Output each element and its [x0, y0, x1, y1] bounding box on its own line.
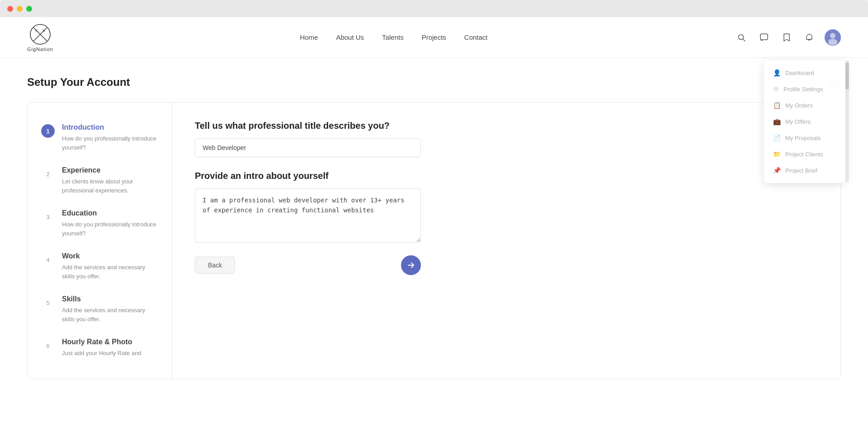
dropdown-profile-settings[interactable]: ⚙ Profile Settings: [764, 81, 845, 97]
nav-talents[interactable]: Talents: [382, 33, 404, 41]
back-button[interactable]: Back: [195, 257, 235, 274]
form-question-1: Tell us what professional title describe…: [195, 121, 818, 131]
step-number-2: 2: [41, 167, 55, 181]
dropdown-my-offers[interactable]: 💼 My Offers: [764, 113, 845, 130]
step-desc-skills: Add the services and necessary skills yo…: [62, 306, 158, 323]
avatar[interactable]: [825, 29, 841, 46]
step-desc-education: How do you professionally introduce your…: [62, 220, 158, 238]
intro-textarea[interactable]: [195, 188, 421, 243]
step-title-education: Education: [62, 209, 158, 217]
step-title-work: Work: [62, 252, 158, 260]
orders-icon: 📋: [773, 102, 781, 109]
dropdown-project-brief[interactable]: 📌 Project Brief: [764, 162, 845, 178]
nav-projects[interactable]: Projects: [422, 33, 446, 41]
svg-line-6: [743, 39, 745, 41]
nav-home[interactable]: Home: [300, 33, 318, 41]
step-desc-work: Add the services and necessary skills yo…: [62, 263, 158, 281]
proposals-icon: 📄: [773, 134, 781, 141]
svg-point-11: [828, 39, 837, 45]
dashboard-icon: 👤: [773, 69, 781, 76]
step-title-experience: Experience: [62, 166, 158, 174]
svg-text:G: G: [35, 29, 38, 33]
nav-about[interactable]: About Us: [336, 33, 364, 41]
step-number-6: 6: [41, 339, 55, 352]
search-button[interactable]: [734, 30, 749, 45]
step-item-skills[interactable]: 5 Skills Add the services and necessary …: [28, 288, 172, 331]
step-item-hourly-rate[interactable]: 6 Hourly Rate & Photo Just add your Hour…: [28, 331, 172, 365]
dropdown-dashboard[interactable]: 👤 Dashboard: [764, 65, 845, 81]
step-desc-introduction: How do you professionally introduce your…: [62, 134, 158, 152]
step-desc-hourly-rate: Just add your Hourly Rate and: [62, 349, 142, 358]
content-layout: 1 Introduction How do you professionally…: [27, 102, 841, 379]
maximize-button[interactable]: [26, 6, 32, 12]
step-item-experience[interactable]: 2 Experience Let clients know about your…: [28, 159, 172, 202]
logo[interactable]: G N GigNation: [27, 23, 53, 52]
project-brief-icon: 📌: [773, 167, 781, 174]
dropdown-menu: 👤 Dashboard ⚙ Profile Settings 📋 My Orde…: [764, 60, 845, 183]
step-info-experience: Experience Let clients know about your p…: [62, 166, 158, 195]
bookmark-button[interactable]: [779, 30, 794, 45]
main-content: Setup Your Account Skip 1 Introduction H…: [0, 58, 868, 397]
chat-button[interactable]: [757, 30, 771, 45]
minimize-button[interactable]: [17, 6, 23, 12]
page-title: Setup Your Account: [27, 76, 130, 89]
next-button[interactable]: [401, 255, 421, 275]
svg-point-10: [830, 33, 835, 38]
step-info-skills: Skills Add the services and necessary sk…: [62, 295, 158, 323]
step-info-hourly-rate: Hourly Rate & Photo Just add your Hourly…: [62, 338, 142, 358]
close-button[interactable]: [7, 6, 13, 12]
page-header: Setup Your Account Skip: [27, 76, 841, 89]
step-title-introduction: Introduction: [62, 123, 158, 131]
nav-contact[interactable]: Contact: [464, 33, 488, 41]
nav-links: Home About Us Talents Projects Contact: [300, 33, 487, 42]
dropdown-scrollbar-thumb: [845, 62, 849, 89]
step-info-work: Work Add the services and necessary skil…: [62, 252, 158, 281]
professional-title-input[interactable]: [195, 138, 421, 157]
step-desc-experience: Let clients know about your professional…: [62, 177, 158, 195]
step-title-skills: Skills: [62, 295, 158, 303]
step-number-4: 4: [41, 253, 55, 267]
dropdown-my-proposals[interactable]: 📄 My Proposals: [764, 130, 845, 146]
offers-icon: 💼: [773, 118, 781, 125]
logo-text: GigNation: [27, 47, 53, 52]
form-question-2: Provide an intro about yourself: [195, 171, 818, 181]
navbar: G N GigNation Home About Us Talents Proj…: [0, 17, 868, 58]
svg-point-8: [809, 34, 810, 35]
step-number-3: 3: [41, 210, 55, 224]
step-number-1: 1: [41, 124, 55, 138]
settings-icon: ⚙: [773, 85, 779, 93]
form-buttons: Back: [195, 255, 421, 275]
form-panel: Tell us what professional title describe…: [172, 103, 840, 379]
svg-text:N: N: [42, 29, 45, 33]
steps-sidebar: 1 Introduction How do you professionally…: [28, 103, 172, 379]
svg-point-5: [739, 34, 744, 39]
step-item-education[interactable]: 3 Education How do you professionally in…: [28, 202, 172, 245]
notification-button[interactable]: [802, 30, 816, 45]
dropdown-my-orders[interactable]: 📋 My Orders: [764, 97, 845, 113]
step-item-introduction[interactable]: 1 Introduction How do you professionally…: [28, 116, 172, 159]
step-item-work[interactable]: 4 Work Add the services and necessary sk…: [28, 245, 172, 288]
project-clients-icon: 📁: [773, 150, 781, 158]
nav-icons: [734, 29, 841, 46]
svg-rect-7: [760, 34, 768, 40]
step-info-education: Education How do you professionally intr…: [62, 209, 158, 238]
window-chrome: [0, 0, 868, 17]
step-title-hourly-rate: Hourly Rate & Photo: [62, 338, 142, 346]
dropdown-scrollbar[interactable]: [845, 60, 849, 182]
step-info-introduction: Introduction How do you professionally i…: [62, 123, 158, 152]
browser-content: G N GigNation Home About Us Talents Proj…: [0, 17, 868, 431]
dropdown-project-clients[interactable]: 📁 Project Clients: [764, 146, 845, 162]
step-number-5: 5: [41, 296, 55, 309]
